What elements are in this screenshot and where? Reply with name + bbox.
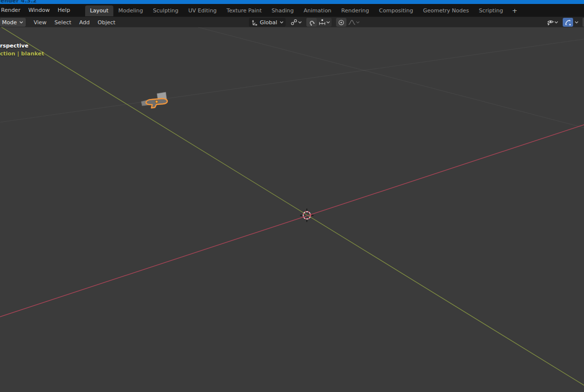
transform-orientation-dropdown[interactable]: Global	[249, 18, 286, 27]
tab-rendering[interactable]: Rendering	[337, 5, 374, 16]
snap-toggle[interactable]	[306, 18, 317, 27]
window-title: ender 4.3.2	[0, 0, 37, 4]
x-axis-line	[0, 125, 584, 317]
chevron-down-icon	[575, 21, 579, 24]
proportional-editing-icon	[338, 19, 345, 26]
menu-help[interactable]: Help	[54, 4, 74, 16]
app-menus: Render Window Help	[0, 4, 74, 16]
chevron-down-icon	[298, 21, 302, 24]
menu-window[interactable]: Window	[24, 4, 53, 16]
tab-geometry-nodes[interactable]: Geometry Nodes	[418, 5, 474, 16]
topbar: Render Window Help Layout Modeling Sculp…	[0, 4, 584, 16]
tab-sculpting[interactable]: Sculpting	[148, 5, 183, 16]
viewport-header: Mode View Select Add Object Global	[0, 16, 584, 27]
pivot-point-icon	[290, 18, 298, 26]
object-type-visibility-eye-icon	[546, 18, 554, 27]
y-axis-line	[0, 27, 584, 392]
chevron-down-icon	[326, 21, 330, 24]
tab-compositing[interactable]: Compositing	[374, 5, 418, 16]
orientation-value: Global	[260, 19, 277, 26]
snap-target-dropdown[interactable]	[317, 18, 332, 27]
selected-object[interactable]	[141, 92, 167, 108]
mode-dropdown[interactable]: Mode	[0, 18, 26, 27]
proportional-editing-toggle[interactable]	[336, 18, 346, 27]
tab-scripting[interactable]: Scripting	[474, 5, 508, 16]
viewport[interactable]: rspective ction | blanket	[0, 27, 584, 392]
proportional-falloff-icon	[348, 18, 356, 26]
object-type-visibility-dropdown[interactable]	[544, 18, 560, 27]
grid-line	[198, 27, 584, 128]
snap-group	[306, 18, 332, 27]
proportional-falloff-dropdown[interactable]	[346, 18, 361, 27]
tab-layout[interactable]: Layout	[85, 5, 113, 16]
object-origin-dot	[155, 100, 158, 103]
show-gizmos-toggle[interactable]	[563, 18, 573, 27]
gizmos-dropdown[interactable]	[573, 18, 580, 27]
menu-add[interactable]: Add	[75, 19, 94, 26]
add-workspace-button[interactable]: +	[508, 5, 521, 16]
menu-view[interactable]: View	[30, 19, 50, 26]
3d-cursor	[300, 209, 314, 222]
snap-increment-icon	[318, 18, 326, 26]
mode-dropdown-label: Mode	[2, 19, 17, 26]
chevron-down-icon	[356, 21, 360, 24]
view-name-overlay: rspective	[0, 43, 29, 49]
menu-select[interactable]: Select	[50, 19, 75, 26]
menu-object[interactable]: Object	[94, 19, 119, 26]
viewport-scene	[0, 27, 584, 392]
pivot-point-dropdown[interactable]	[290, 18, 302, 27]
tab-uv-editing[interactable]: UV Editing	[183, 5, 221, 16]
tab-animation[interactable]: Animation	[299, 5, 337, 16]
show-gizmos-icon	[564, 19, 572, 26]
tab-modeling[interactable]: Modeling	[113, 5, 148, 16]
tab-texture-paint[interactable]: Texture Paint	[222, 5, 267, 16]
window-titlebar[interactable]: ender 4.3.2	[0, 0, 584, 4]
active-object-breadcrumb: ction | blanket	[0, 50, 44, 57]
tab-shading[interactable]: Shading	[267, 5, 299, 16]
snap-magnet-icon	[308, 19, 315, 26]
workspace-tabs: Layout Modeling Sculpting UV Editing Tex…	[85, 4, 522, 16]
transform-orientation-icon	[251, 19, 258, 26]
chevron-down-icon	[280, 21, 284, 24]
chevron-down-icon	[554, 21, 558, 24]
chevron-down-icon	[19, 21, 23, 24]
menu-render[interactable]: Render	[0, 4, 24, 16]
